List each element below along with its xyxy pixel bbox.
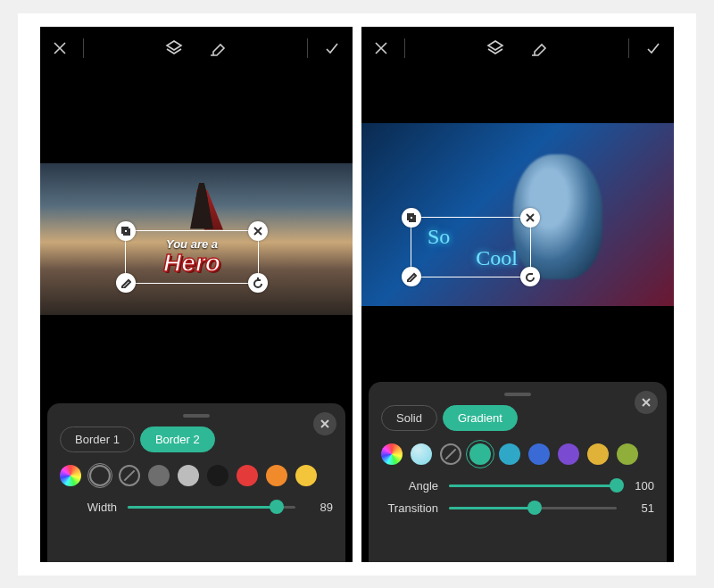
- text-overlay-selection[interactable]: You are a Hero: [125, 230, 259, 284]
- angle-slider-row: Angle 100: [381, 479, 654, 493]
- width-slider[interactable]: [128, 506, 295, 509]
- swatch-black[interactable]: [207, 465, 228, 486]
- swatch-current[interactable]: [89, 465, 111, 486]
- color-picker-icon[interactable]: [381, 443, 403, 465]
- swatch-olive[interactable]: [617, 443, 638, 465]
- panel-tabs: Border 1 Border 2: [60, 427, 333, 452]
- duplicate-handle-icon[interactable]: [402, 208, 421, 228]
- tab-solid[interactable]: Solid: [381, 405, 437, 431]
- border-panel: Border 1 Border 2 Width 89: [47, 403, 345, 562]
- swatch-none-icon[interactable]: [440, 443, 461, 465]
- close-icon[interactable]: [53, 41, 67, 55]
- color-picker-icon[interactable]: [60, 465, 81, 486]
- divider: [307, 38, 308, 58]
- tab-gradient[interactable]: Gradient: [443, 405, 518, 431]
- panel-close-icon[interactable]: [635, 391, 658, 414]
- tab-border-2[interactable]: Border 2: [140, 427, 215, 452]
- eraser-icon[interactable]: [208, 39, 226, 57]
- swatch-teal[interactable]: [469, 443, 491, 465]
- swatch-orange[interactable]: [266, 465, 287, 486]
- overlay-text-line2: Hero: [163, 251, 220, 276]
- close-icon[interactable]: [374, 41, 388, 55]
- overlay-text-line2: Cool: [476, 247, 518, 269]
- slider-label: Angle: [381, 479, 438, 493]
- screen-right: So Cool Solid Gradient: [361, 27, 674, 562]
- preview-canvas[interactable]: So Cool: [361, 123, 674, 306]
- layers-icon[interactable]: [486, 39, 504, 57]
- confirm-icon[interactable]: [324, 40, 340, 56]
- swatch-glass[interactable]: [411, 443, 432, 465]
- swatch-grey[interactable]: [148, 465, 170, 486]
- screen-left: You are a Hero Border 1 Border 2: [40, 27, 353, 562]
- preview-canvas[interactable]: You are a Hero: [40, 163, 353, 315]
- gradient-panel: Solid Gradient Angle 100: [369, 382, 667, 562]
- color-swatches: [60, 465, 333, 486]
- layers-icon[interactable]: [165, 39, 183, 57]
- text-overlay-selection[interactable]: So Cool: [411, 217, 531, 277]
- slider-value: 100: [627, 479, 654, 493]
- rotate-handle-icon[interactable]: [248, 273, 268, 293]
- overlay-text-line1: So: [428, 226, 450, 247]
- swatch-cyan[interactable]: [499, 443, 520, 465]
- edit-handle-icon[interactable]: [402, 267, 421, 286]
- swatch-yellow[interactable]: [295, 465, 317, 486]
- swatch-red[interactable]: [237, 465, 258, 486]
- delete-handle-icon[interactable]: [520, 208, 540, 228]
- rotate-handle-icon[interactable]: [520, 267, 540, 286]
- divider: [628, 38, 629, 58]
- slider-value: 51: [627, 501, 654, 515]
- color-swatches: [381, 443, 654, 465]
- panel-tabs: Solid Gradient: [381, 405, 654, 431]
- panel-close-icon[interactable]: [313, 412, 336, 435]
- eraser-icon[interactable]: [529, 39, 547, 57]
- width-slider-row: Width 89: [60, 501, 333, 514]
- swatch-purple[interactable]: [558, 443, 579, 465]
- angle-slider[interactable]: [449, 484, 617, 487]
- tab-border-1[interactable]: Border 1: [60, 427, 135, 452]
- editor-toolbar: [40, 27, 353, 70]
- edit-handle-icon[interactable]: [116, 273, 136, 293]
- transition-slider[interactable]: [449, 507, 617, 509]
- duplicate-handle-icon[interactable]: [116, 221, 136, 241]
- swatch-none-icon[interactable]: [119, 465, 140, 486]
- swatch-blue[interactable]: [528, 443, 550, 465]
- drag-handle[interactable]: [504, 393, 531, 396]
- transition-slider-row: Transition 51: [381, 501, 654, 515]
- drag-handle[interactable]: [183, 414, 210, 418]
- slider-label: Transition: [381, 501, 438, 515]
- editor-toolbar: [361, 27, 674, 70]
- confirm-icon[interactable]: [645, 40, 661, 56]
- slider-label: Width: [60, 501, 117, 514]
- delete-handle-icon[interactable]: [248, 221, 268, 241]
- swatch-lightgrey[interactable]: [178, 465, 199, 486]
- swatch-gold[interactable]: [587, 443, 609, 465]
- slider-value: 89: [306, 501, 333, 514]
